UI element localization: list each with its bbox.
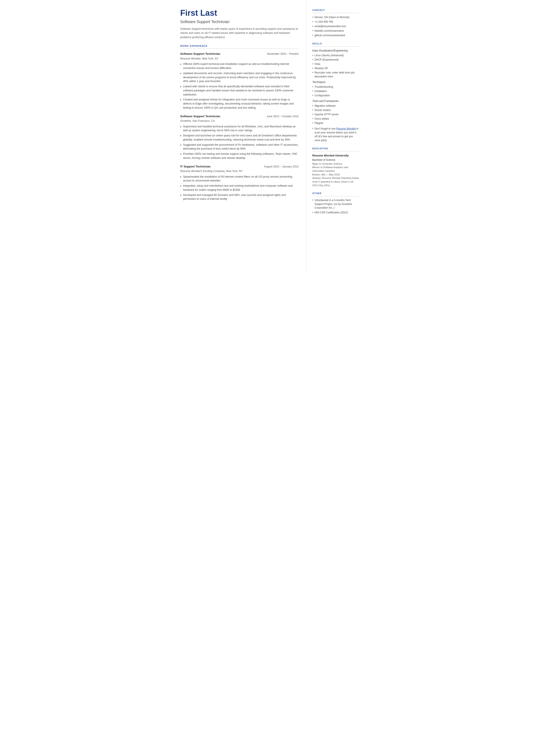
- skill-1-4: Window XP: [312, 66, 359, 70]
- job-dates-2: June 2013 – October 2015: [267, 114, 298, 119]
- skills-section-title: SKILLS: [312, 42, 359, 46]
- bullet-3-3: Developed and managed 60 Domains and 500…: [180, 193, 299, 201]
- job-position-3: IT Support Technician: [180, 164, 211, 169]
- edu-minors: Minors in Software Analytics and informa…: [312, 165, 359, 173]
- skill-1-3: Vista: [312, 62, 359, 66]
- edu-block: Resume Worded University Bachelor of Sci…: [312, 154, 359, 187]
- skills-section: SKILLS Data Visualization/Engineering: L…: [312, 42, 359, 142]
- job-header-3: IT Support Technician August 2010 – Janu…: [180, 164, 299, 169]
- contact-github: github.com/resumeworded: [312, 33, 359, 37]
- contact-list: Denver, OH (Open to Remote) +1-234-456-7…: [312, 15, 359, 37]
- job-bullets-1: Offered 100% expert technical and instal…: [180, 62, 299, 110]
- bullet-3-1: Spearheaded the installation of 50 inter…: [180, 175, 299, 183]
- work-experience-section-title: WORK EXPERIENCE: [180, 44, 299, 49]
- skill-cat-3: Tools and Frameworks:: [312, 99, 359, 103]
- resume-worded-link[interactable]: Resume Worded: [336, 127, 356, 130]
- job-company-1: Resume Worded, New York, NY: [180, 57, 299, 61]
- edu-school: Resume Worded University: [312, 154, 359, 158]
- job-block-2: Software Support Technician June 2013 – …: [180, 114, 299, 160]
- skill-1-1: Linux Ubuntu (Advanced): [312, 53, 359, 57]
- skill-1-5: Recruiter note: enter skills from job de…: [312, 71, 359, 78]
- education-section-title: EDUCATION: [312, 147, 359, 152]
- bullet-2-4: Provided 100% net meting and remote supp…: [180, 152, 299, 160]
- contact-phone: +1-234-456-789: [312, 20, 359, 24]
- skill-list-2: Troubleshooting Installation Configurati…: [312, 85, 359, 98]
- bullet-1-2: Updated documents and records, instructi…: [180, 71, 299, 83]
- skill-3-1: Migration software: [312, 104, 359, 108]
- other-list: Volunteered in a 5-months Tech Support P…: [312, 199, 359, 215]
- skill-list-1: Linux Ubuntu (Advanced) DHCP (Experience…: [312, 53, 359, 78]
- bullet-2-2: Designed and launched an online query to…: [180, 134, 299, 142]
- job-bullets-3: Spearheaded the installation of 50 inter…: [180, 175, 299, 201]
- contact-location: Denver, OH (Open to Remote): [312, 15, 359, 19]
- job-position-1: Software Support Technician: [180, 52, 220, 56]
- edu-degree: Bachelor of Science: [312, 158, 359, 162]
- skill-cat-2: Techniques:: [312, 80, 359, 84]
- skill-3-5: Flipgrid: [312, 121, 359, 125]
- bullet-2-1: Supervised and handled technical assista…: [180, 125, 299, 133]
- right-column: CONTACT Denver, OH (Open to Remote) +1-2…: [306, 0, 365, 274]
- contact-linkedin: linkedin.com/in/username: [312, 29, 359, 33]
- edu-location-date: Boston, MA — May 2018: [312, 173, 359, 177]
- job-block-3: IT Support Technician August 2010 – Janu…: [180, 164, 299, 201]
- other-item-1: Volunteered in a 5-months Tech Support P…: [312, 199, 359, 210]
- left-column: First Last Software Support Technician S…: [171, 0, 306, 274]
- job-bullets-2: Supervised and handled technical assista…: [180, 125, 299, 160]
- skills-note-text: Don't forget to use Resume Worded to sca…: [315, 127, 359, 142]
- skill-list-3: Migration software Oracle Solaris Apache…: [312, 104, 359, 125]
- job-header-1: Software Support Technician November 201…: [180, 52, 299, 56]
- skill-2-2: Installation: [312, 89, 359, 93]
- job-company-3: Resume Worded's Exciting Company, New Yo…: [180, 169, 299, 173]
- contact-section-title: CONTACT: [312, 9, 359, 13]
- job-block-1: Software Support Technician November 201…: [180, 52, 299, 110]
- contact-section: CONTACT Denver, OH (Open to Remote) +1-2…: [312, 9, 359, 37]
- resume-page: First Last Software Support Technician S…: [171, 0, 365, 274]
- other-item-2: HDI-CSR Certification (2022): [312, 211, 359, 214]
- edu-major: Major in Computer Science: [312, 162, 359, 166]
- other-section: OTHER Volunteered in a 5-months Tech Sup…: [312, 192, 359, 214]
- skill-3-4: Cisco webex: [312, 117, 359, 121]
- job-dates-3: August 2010 – January 2013: [264, 165, 299, 169]
- job-position-2: Software Support Technician: [180, 114, 220, 119]
- edu-awards: Awards: Resume Worded Teaching Fellow (o…: [312, 176, 359, 187]
- bullet-3-2: Integrated, setup and refurbished new an…: [180, 184, 299, 192]
- bullet-1-4: Created and assigned tickets for integra…: [180, 98, 299, 110]
- job-dates-1: November 2015 – Present: [267, 52, 299, 56]
- skill-3-3: Apache HTTP server: [312, 113, 359, 116]
- job-company-2: Growthsi, San Francisco, CA: [180, 119, 299, 123]
- skills-note: Don't forget to use Resume Worded to sca…: [312, 127, 359, 142]
- other-section-title: OTHER: [312, 192, 359, 196]
- full-name: First Last: [180, 9, 299, 18]
- summary: Software Support technician with twelve …: [180, 27, 299, 40]
- skill-2-1: Troubleshooting: [312, 85, 359, 89]
- contact-email: email@resumeworded.com: [312, 24, 359, 28]
- bullet-1-1: Offered 100% expert technical and instal…: [180, 62, 299, 70]
- bullet-2-3: Suggested and supported the procurement …: [180, 143, 299, 151]
- skill-3-2: Oracle Solaris: [312, 108, 359, 112]
- job-header-2: Software Support Technician June 2013 – …: [180, 114, 299, 119]
- job-title: Software Support Technician: [180, 19, 299, 25]
- skill-cat-1: Data Visualization/Engineering:: [312, 49, 359, 53]
- skill-2-3: Configuration: [312, 94, 359, 98]
- education-section: EDUCATION Resume Worded University Bache…: [312, 147, 359, 187]
- skill-1-2: DHCP (Experienced): [312, 58, 359, 62]
- bullet-1-3: Liaised with clients to ensure that all …: [180, 84, 299, 97]
